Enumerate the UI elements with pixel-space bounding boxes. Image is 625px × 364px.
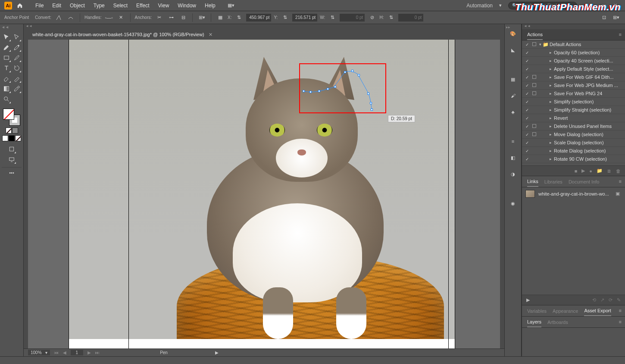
zoom-tool[interactable] xyxy=(1,94,12,104)
menu-object[interactable]: Object xyxy=(66,0,89,11)
expand-action-icon[interactable]: ▸ xyxy=(548,100,553,104)
action-enabled-check[interactable]: ✓ xyxy=(524,75,531,80)
convert-smooth-icon[interactable] xyxy=(66,13,75,22)
paintbrush-tool[interactable] xyxy=(12,53,22,63)
action-item[interactable]: ✓▸Save For Web JPG Medium ... xyxy=(522,81,625,90)
action-item[interactable]: ✓▸Save For Web GIF 64 Dith... xyxy=(522,73,625,81)
gradient-tool[interactable] xyxy=(1,84,12,94)
anchor-connect-icon[interactable]: ⊶ xyxy=(166,13,176,22)
menu-type[interactable]: Type xyxy=(89,0,109,11)
action-enabled-check[interactable]: ✓ xyxy=(524,50,531,55)
artboard-number[interactable]: 1 xyxy=(71,350,84,355)
menu-edit[interactable]: Edit xyxy=(48,0,66,11)
action-item[interactable]: ✓▸Rotate Dialog (selection) xyxy=(522,147,625,155)
action-dialog-toggle[interactable] xyxy=(531,132,538,137)
anchor-remove-icon[interactable]: ✂ xyxy=(154,13,164,22)
expand-action-icon[interactable]: ▸ xyxy=(548,132,553,137)
align-pixel-icon[interactable]: ⊞▾ xyxy=(197,13,206,22)
action-enabled-check[interactable]: ✓ xyxy=(524,83,531,88)
automation-arrow-icon[interactable]: ▾ xyxy=(499,3,502,8)
expand-action-icon[interactable]: ▸ xyxy=(548,157,553,161)
action-enabled-check[interactable]: ✓ xyxy=(524,140,531,145)
layers-tab[interactable]: Layers xyxy=(527,317,541,327)
zoom-level[interactable]: 100%▾ xyxy=(28,350,50,355)
collapse-right-icon[interactable] xyxy=(522,24,625,29)
actions-list[interactable]: ✓ ▾ 📁 Default Actions ✓▸Opacity 60 (sele… xyxy=(522,40,625,165)
panel-menu-icon[interactable]: ≡ xyxy=(619,179,622,184)
convert-corner-icon[interactable] xyxy=(54,13,63,22)
appearance-panel-icon[interactable]: ◉ xyxy=(509,199,517,208)
action-item[interactable]: ✓▸Opacity 40 Screen (selecti... xyxy=(522,57,625,65)
link-wh-icon[interactable]: ⊘ xyxy=(367,13,377,22)
expand-action-icon[interactable]: ▸ xyxy=(548,124,553,128)
menu-view[interactable]: View xyxy=(154,0,174,11)
menu-help[interactable]: Help xyxy=(200,0,220,11)
drawing-mode-tool[interactable] xyxy=(6,144,17,154)
update-link-icon[interactable]: ⟳ xyxy=(609,297,612,303)
action-item[interactable]: ✓▸Rotate 90 CW (selection) xyxy=(522,155,625,163)
handles-show-icon[interactable]: ◦—◦ xyxy=(104,13,114,22)
nav-next-icon[interactable]: ▶ xyxy=(88,350,91,355)
fill-stroke-swatch[interactable] xyxy=(3,109,20,126)
relink-icon[interactable]: ⟲ xyxy=(592,297,596,303)
stepper-icon[interactable]: ⇅ xyxy=(234,13,244,22)
shaper-tool[interactable] xyxy=(12,73,22,84)
w-field[interactable] xyxy=(340,14,365,22)
screen-mode-tool[interactable] xyxy=(6,154,17,165)
variables-tab[interactable]: Variables xyxy=(527,306,547,316)
action-item[interactable]: ✓▸Save For Web PNG 24 xyxy=(522,90,625,98)
links-list[interactable]: white-and-gray-cat-in-brown-wo... ▣ xyxy=(522,187,625,295)
expand-action-icon[interactable]: ▸ xyxy=(548,140,553,145)
menu-effect[interactable]: Effect xyxy=(132,0,153,11)
menu-window[interactable]: Window xyxy=(173,0,200,11)
symbols-panel-icon[interactable]: ♣ xyxy=(509,108,517,116)
action-enabled-check[interactable]: ✓ xyxy=(524,59,531,63)
color-panel-icon[interactable]: 🎨 xyxy=(509,29,517,38)
h-field[interactable] xyxy=(398,14,423,22)
action-item[interactable]: ✓▸Apply Default Style (select... xyxy=(522,65,625,73)
canvas[interactable]: D: 20.59 pt xyxy=(28,40,500,348)
action-item[interactable]: ✓▸Delete Unused Panel Items xyxy=(522,122,625,131)
expand-action-icon[interactable]: ▸ xyxy=(548,91,553,96)
stepper-icon[interactable]: ⇅ xyxy=(280,13,290,22)
rectangle-tool[interactable] xyxy=(1,53,12,63)
transparency-panel-icon[interactable]: ◑ xyxy=(509,170,517,178)
artboards-tab[interactable]: Artboards xyxy=(547,317,568,327)
collapse-doc-icon[interactable] xyxy=(24,24,504,29)
action-dialog-toggle[interactable] xyxy=(531,124,538,129)
collapse-toolbar-icon[interactable]: ◄◄ xyxy=(1,25,9,29)
y-field[interactable] xyxy=(292,14,317,22)
libraries-tab[interactable]: Libraries xyxy=(544,177,562,187)
action-enabled-check[interactable]: ✓ xyxy=(524,100,531,104)
action-enabled-check[interactable]: ✓ xyxy=(524,67,531,72)
close-tab-icon[interactable]: ✕ xyxy=(209,32,212,37)
link-item[interactable]: white-and-gray-cat-in-brown-wo... ▣ xyxy=(522,187,625,200)
direct-selection-tool[interactable] xyxy=(12,32,22,42)
action-item[interactable]: ✓▸Scale Dialog (selection) xyxy=(522,139,625,147)
edit-toolbar-button[interactable]: ••• xyxy=(2,167,22,177)
expand-action-icon[interactable]: ▸ xyxy=(548,83,553,87)
action-enabled-check[interactable]: ✓ xyxy=(524,157,531,162)
expand-action-icon[interactable]: ▸ xyxy=(548,149,553,153)
action-item[interactable]: ✓▸Opacity 60 (selection) xyxy=(522,49,625,57)
delete-action-icon[interactable]: 🗑 xyxy=(616,168,621,174)
document-info-tab[interactable]: Document Info xyxy=(569,177,600,187)
rotate-tool[interactable] xyxy=(12,63,22,73)
stepper-icon[interactable]: ⇅ xyxy=(386,13,396,22)
play-icon[interactable]: ▶ xyxy=(215,350,219,355)
color-guide-panel-icon[interactable]: ◣ xyxy=(509,46,517,54)
expand-action-icon[interactable]: ▸ xyxy=(548,67,553,71)
panel-menu-icon[interactable]: ≡ xyxy=(619,319,622,324)
action-dialog-toggle[interactable] xyxy=(531,91,538,96)
brushes-panel-icon[interactable]: 🖌 xyxy=(509,91,517,100)
handles-hide-icon[interactable]: ✕ xyxy=(116,13,126,22)
menu-file[interactable]: File xyxy=(31,0,48,11)
action-enabled-check[interactable]: ✓ xyxy=(524,132,531,137)
align-to-icon[interactable]: ⊞▾ xyxy=(611,13,621,22)
action-dialog-toggle[interactable] xyxy=(531,75,538,80)
nav-first-icon[interactable]: ⏮ xyxy=(54,350,59,355)
fill-swatch[interactable] xyxy=(3,109,14,120)
action-item[interactable]: ✓▸Simplify Straight (selection) xyxy=(522,106,625,114)
pen-tool[interactable] xyxy=(1,42,12,53)
home-icon[interactable] xyxy=(16,2,23,9)
